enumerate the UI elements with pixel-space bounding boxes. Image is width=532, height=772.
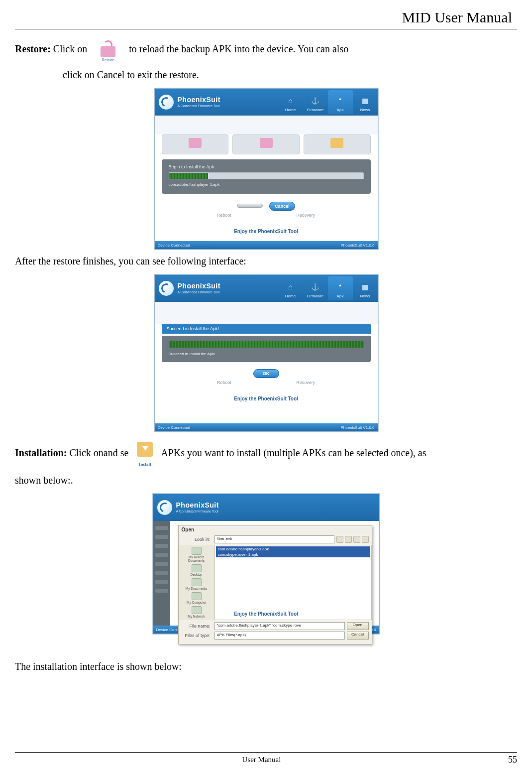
- apk-filename: com.adobe.flashplayer-1.apk: [169, 182, 364, 187]
- lookin-select[interactable]: fiber-evb: [214, 535, 334, 543]
- dialog-title: Open: [179, 525, 372, 534]
- phoenix-logo-icon: [159, 281, 174, 296]
- nav-home[interactable]: Home: [278, 90, 303, 114]
- up-icon[interactable]: [345, 536, 352, 543]
- brand-name: PhoenixSuit: [178, 282, 220, 290]
- brand-name: PhoenixSuit: [178, 96, 220, 104]
- phoenix-logo-icon: [159, 95, 174, 110]
- place-desktop[interactable]: Desktop: [181, 564, 213, 576]
- phoenixsuit-window-success: ? – × PhoenixSuit A Convinced Firmware T…: [154, 274, 378, 432]
- nav-apk[interactable]: Apk: [328, 90, 353, 114]
- nav-news[interactable]: News: [353, 90, 378, 114]
- nav-firmware[interactable]: Firmware: [303, 90, 328, 114]
- version-text: PhoenixSuit V1.0.6: [340, 425, 374, 430]
- titlebar: PhoenixSuit A Convinced Firmware Tool Ho…: [155, 275, 378, 302]
- top-rule: [15, 29, 517, 29]
- open-file-dialog: Open Look in: fiber-evb My Recent Docume…: [178, 525, 372, 644]
- success-banner: Succeed in Install the Apk!: [162, 324, 371, 334]
- lookin-label: Look in:: [182, 537, 213, 542]
- restore-text-2: to reload the backup APK into the device…: [129, 43, 348, 54]
- nav-apk[interactable]: Apk: [328, 276, 353, 300]
- install-bold: Installation:: [15, 447, 67, 458]
- device-status: Device Connected: [158, 243, 190, 248]
- cancel-button[interactable]: Cancel: [347, 632, 369, 640]
- cancel-button[interactable]: Cancel: [269, 202, 295, 211]
- brand-sub: A Convinced Firmware Tool: [178, 104, 220, 108]
- file-item[interactable]: com.adobe.flashplayer-1.apk: [216, 546, 370, 552]
- nav-firmware[interactable]: Firmware: [303, 276, 328, 300]
- filetype-select[interactable]: APK Files(*.apk): [214, 632, 345, 640]
- restore-line3: click on Cancel to exit the restore.: [15, 67, 517, 82]
- disabled-button: [237, 204, 263, 208]
- install-icon: Install: [132, 441, 158, 467]
- place-mycomp[interactable]: My Computer: [181, 592, 213, 604]
- brand-name: PhoenixSuit: [176, 502, 219, 509]
- page-header: MID User Manual: [15, 9, 517, 26]
- enjoy-text: Enjoy the PhoenixSuit Tool: [155, 222, 378, 241]
- enjoy-text: Enjoy the PhoenixSuit Tool: [153, 604, 379, 624]
- footer-center: User Manual: [15, 756, 508, 764]
- success-text: Succeed in Install the Apk!: [169, 352, 364, 356]
- backup-slot: [162, 134, 229, 154]
- phoenixsuit-window-opendialog: ? – × PhoenixSuit A Convinced Firmware T…: [153, 494, 380, 634]
- reboot-label: Reboot: [217, 213, 231, 218]
- install-line4: shown below:.: [15, 473, 517, 488]
- filetype-label: Files of type:: [182, 633, 213, 638]
- ok-button[interactable]: OK: [253, 369, 279, 378]
- after-restore-text: After the restore finishes, you can see …: [15, 254, 517, 268]
- restore-paragraph: Restore: Click on Restore to reload the …: [15, 38, 517, 61]
- nav-home[interactable]: Home: [278, 276, 303, 300]
- place-recent[interactable]: My Recent Documents: [181, 547, 213, 562]
- enjoy-text: Enjoy the PhoenixSuit Tool: [155, 389, 378, 408]
- install-slot: [304, 134, 371, 154]
- restore-text-1: Click on: [53, 43, 87, 54]
- install-panel: Begin to Install the Apk com.adobe.flash…: [162, 159, 371, 194]
- page-number: 55: [508, 755, 517, 765]
- panel-title: Begin to Install the Apk: [169, 164, 364, 169]
- recovery-label: Recovery: [296, 380, 315, 385]
- restore-bold: Restore:: [15, 43, 51, 54]
- phoenix-logo-icon: [157, 500, 172, 515]
- recovery-label: Recovery: [296, 213, 315, 218]
- back-icon[interactable]: [336, 536, 343, 543]
- newfolder-icon[interactable]: [353, 536, 360, 543]
- view-icon[interactable]: [362, 536, 369, 543]
- titlebar: PhoenixSuit A Convinced Firmware Tool: [153, 494, 379, 521]
- install-final: The installation interface is shown belo…: [15, 659, 517, 674]
- brand-sub: A Convinced Firmware Tool: [176, 510, 219, 514]
- icon-slots: [162, 134, 371, 154]
- file-item[interactable]: com.skype.rover-1.apk: [216, 552, 370, 557]
- install-text-2: and se: [104, 447, 129, 458]
- phoenixsuit-window-installing: ? – × PhoenixSuit A Convinced Firmware T…: [154, 88, 378, 250]
- top-nav: Home Firmware Apk News: [278, 89, 378, 116]
- top-nav: Home Firmware Apk News: [278, 275, 378, 302]
- nav-news[interactable]: News: [353, 276, 378, 300]
- progress-bar: [169, 172, 364, 179]
- success-panel: Succeed in Install the Apk!: [162, 336, 371, 362]
- filename-label: File name:: [182, 624, 213, 629]
- restore-icon: Restore: [97, 38, 119, 61]
- install-paragraph: Installation: Click onand se Install APK…: [15, 441, 517, 467]
- version-text: PhoenixSuit V1.0.6: [340, 243, 374, 248]
- install-text-1: Click on: [69, 447, 103, 458]
- device-status: Device Connected: [158, 425, 190, 430]
- restore-slot: [232, 134, 300, 154]
- place-mydocs[interactable]: My Documents: [181, 578, 213, 590]
- titlebar: PhoenixSuit A Convinced Firmware Tool Ho…: [155, 89, 378, 116]
- page-footer: User Manual 55: [15, 747, 517, 765]
- brand-sub: A Convinced Firmware Tool: [178, 290, 220, 294]
- progress-bar-full: [169, 341, 364, 348]
- reboot-label: Reboot: [217, 380, 231, 385]
- install-text-3: APKs you want to install (multiple APKs …: [161, 447, 426, 458]
